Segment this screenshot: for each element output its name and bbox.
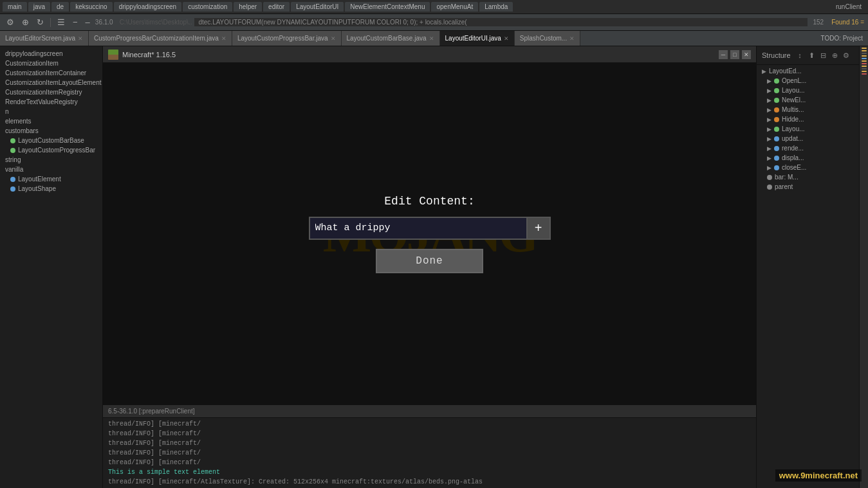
dot-blue-icon xyxy=(774,146,779,151)
sidebar-item-customizationitemregistry[interactable]: CustomizationItemRegistry xyxy=(0,87,102,97)
tree-item-layou2[interactable]: ▶ Layou... xyxy=(757,124,859,134)
tree-item-layou[interactable]: ▶ Layou... xyxy=(757,86,859,95)
tab-de[interactable]: de xyxy=(51,2,69,12)
dot-blue-icon xyxy=(774,156,779,161)
sidebar-item-drippyloadingscreen[interactable]: drippyloadingscreen xyxy=(0,49,102,59)
tree-arrow: ▶ xyxy=(767,87,771,94)
file-tab-splashcustom[interactable]: SplashCustom... ✕ xyxy=(515,31,580,46)
sidebar-item-layoutcustombarbase[interactable]: LayoutCustomBarBase xyxy=(0,136,102,145)
tab-helper[interactable]: helper xyxy=(234,2,262,12)
sidebar-item-vanilla[interactable]: vanilla xyxy=(0,165,102,174)
file-tab-layoutcustombarbase[interactable]: LayoutCustomBarBase.java ✕ xyxy=(342,31,440,46)
file-tab-customprogressbar[interactable]: CustomProgressBarCustomizationItem.java … xyxy=(89,31,232,46)
gutter-mark-red xyxy=(862,63,867,64)
tree-item-openl[interactable]: ▶ OpenL... xyxy=(757,76,859,86)
tree-item-closee[interactable]: ▶ closeE... xyxy=(757,163,859,172)
tree-arrow: ▶ xyxy=(767,165,771,171)
filter-icon[interactable]: ⊕ xyxy=(829,50,840,60)
file-tabs-row: LayoutEditorScreen.java ✕ CustomProgress… xyxy=(0,31,868,46)
tab-newelementcontextmenu[interactable]: NewElementContextMenu xyxy=(345,2,430,12)
main-layout: drippyloadingscreen CustomizationItem Cu… xyxy=(0,46,868,488)
center-content: Minecraft* 1.16.5 ─ □ ✕ MOJANG Edit Cont… xyxy=(103,46,756,488)
tab-openmenuat[interactable]: openMenuAt xyxy=(431,2,478,12)
collapse-icon[interactable]: ⊟ xyxy=(818,50,828,60)
close-icon[interactable]: ✕ xyxy=(504,35,509,42)
file-tab-label: LayoutEditorUI.java xyxy=(445,35,501,42)
tab-main[interactable]: main xyxy=(3,2,27,12)
tree-item-layouted[interactable]: ▶ LayoutEd... xyxy=(757,66,859,76)
add-content-button[interactable]: + xyxy=(528,217,551,240)
sidebar-item-layoutelement[interactable]: LayoutElement xyxy=(0,174,102,184)
sidebar-label: LayoutShape xyxy=(18,185,56,192)
tree-item-hidde[interactable]: ▶ Hidde... xyxy=(757,114,859,124)
tree-item-displa[interactable]: ▶ displa... xyxy=(757,153,859,163)
tree-arrow: ▶ xyxy=(767,155,771,161)
browser-tabs-bar: main java de keksuccino drippyloadingscr… xyxy=(0,0,868,14)
file-tab-layoutcustomprogressbar[interactable]: LayoutCustomProgressBar.java ✕ xyxy=(232,31,342,46)
tab-lambda[interactable]: Lambda xyxy=(479,2,513,12)
sort-icon[interactable]: ↕ xyxy=(795,50,805,60)
console-path-bar: 6.5-36.1.0 [:prepareRunClient] xyxy=(103,405,756,418)
sidebar-item-rendertextvalueregistry[interactable]: RenderTextValueRegistry xyxy=(0,97,102,107)
dot-icon xyxy=(10,177,15,182)
tree-label: displa... xyxy=(782,154,804,161)
sidebar-label: LayoutElement xyxy=(18,176,61,183)
sidebar-item-custombars[interactable]: custombars xyxy=(0,126,102,136)
gutter-mark-orange3 xyxy=(862,55,867,57)
file-tab-layouteditorui[interactable]: LayoutEditorUI.java ✕ xyxy=(440,31,515,46)
gutter-mark-gray2 xyxy=(862,68,867,69)
close-icon[interactable]: ✕ xyxy=(429,35,434,42)
settings-icon[interactable]: ⚙ xyxy=(4,16,17,28)
menu-icon[interactable]: ☰ xyxy=(55,16,68,28)
sort-alpha-icon[interactable]: ⬆ xyxy=(806,50,817,60)
minimize-button[interactable]: ─ xyxy=(719,50,728,59)
close-icon[interactable]: ✕ xyxy=(78,35,83,42)
sidebar-item-string[interactable]: string xyxy=(0,155,102,165)
tree-label: NewEl... xyxy=(782,96,806,104)
tab-editor[interactable]: editor xyxy=(263,2,290,12)
tab-keksuccino[interactable]: keksuccino xyxy=(70,2,112,12)
dot-blue-icon xyxy=(774,136,779,141)
tree-arrow: ▶ xyxy=(767,145,771,152)
tree-item-newel[interactable]: ▶ NewEl... xyxy=(757,95,859,105)
tree-arrow: ▶ xyxy=(767,107,771,113)
tab-layouteditorui[interactable]: LayoutEditorUI xyxy=(291,2,344,12)
minus-icon[interactable]: − xyxy=(70,16,80,28)
sidebar-item-elements[interactable]: elements xyxy=(0,116,102,126)
file-tab-layouteditorscreen[interactable]: LayoutEditorScreen.java ✕ xyxy=(0,31,89,46)
refresh-icon[interactable]: ↻ xyxy=(34,16,46,28)
tab-java[interactable]: java xyxy=(28,2,50,12)
close-icon[interactable]: ✕ xyxy=(331,35,336,42)
settings-small-icon[interactable]: ⚙ xyxy=(841,50,851,60)
close-button[interactable]: ✕ xyxy=(742,50,751,59)
tree-item-updat[interactable]: ▶ updat... xyxy=(757,134,859,143)
dash-icon[interactable]: – xyxy=(83,16,93,28)
sidebar-item-layoutshape[interactable]: LayoutShape xyxy=(0,184,102,194)
done-button[interactable]: Done xyxy=(376,249,483,273)
sidebar-item-customizationitemlayoutelement[interactable]: CustomizationItemLayoutElement xyxy=(0,78,102,87)
close-icon[interactable]: ✕ xyxy=(569,35,575,42)
sidebar-item-n[interactable]: n xyxy=(0,107,102,116)
gutter-mark-orange2 xyxy=(862,50,867,51)
file-tab-label: SplashCustom... xyxy=(520,35,567,42)
sidebar-item-layoutcustomprogressbar[interactable]: LayoutCustomProgressBar xyxy=(0,145,102,155)
sidebar-item-customizationitemcontainer[interactable]: CustomizationItemContainer xyxy=(0,68,102,78)
tree-item-multis[interactable]: ▶ Multis... xyxy=(757,105,859,114)
tree-label: rende... xyxy=(782,145,804,152)
tab-customization[interactable]: customization xyxy=(183,2,232,12)
tab-drippyloadingscreen[interactable]: drippyloadingscreen xyxy=(114,2,182,12)
right-gutter xyxy=(859,46,868,488)
close-icon[interactable]: ✕ xyxy=(221,35,226,42)
content-input[interactable] xyxy=(309,217,528,240)
dot-icon xyxy=(10,138,15,143)
tree-item-rende[interactable]: ▶ rende... xyxy=(757,143,859,153)
toolbar-row: ⚙ ⊕ ↻ ☰ − – 36.1.0 C:\Users\timsc\Deskto… xyxy=(0,14,868,31)
structure-label: Structure xyxy=(762,51,791,59)
maximize-button[interactable]: □ xyxy=(730,50,739,59)
tree-item-parent[interactable]: parent xyxy=(757,182,859,192)
build-icon[interactable]: ⊕ xyxy=(19,16,32,28)
sidebar-item-customizationitem[interactable]: CustomizationItem xyxy=(0,59,102,68)
sidebar-label: RenderTextValueRegistry xyxy=(5,98,78,105)
tree-item-bar[interactable]: bar: M... xyxy=(757,172,859,182)
sidebar-label: CustomizationItemLayoutElement xyxy=(5,79,102,86)
